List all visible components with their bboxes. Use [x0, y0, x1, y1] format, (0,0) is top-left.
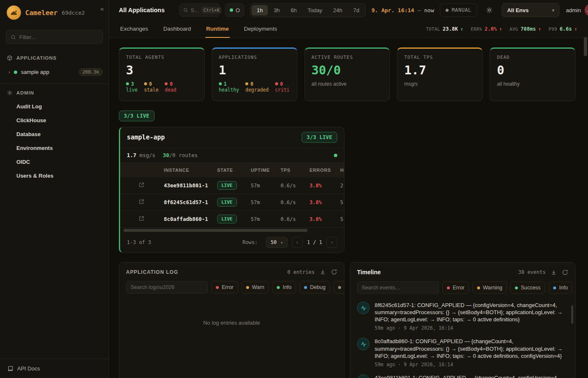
tab-exchanges[interactable]: Exchanges — [119, 20, 149, 38]
activity-icon — [357, 338, 370, 350]
timeline-event: 8f6245c61d57-1: CONFIG_APPLIED — {config… — [357, 302, 565, 331]
tab-deployments[interactable]: Deployments — [243, 20, 278, 38]
sidebar-item-users-roles[interactable]: Users & Roles — [0, 169, 109, 183]
timeline-filter-warning[interactable]: Warning — [472, 281, 507, 294]
log-filter-debug[interactable]: Debug — [299, 281, 330, 294]
refresh-icon[interactable] — [562, 269, 568, 276]
timeline-filter-success[interactable]: Success — [510, 281, 545, 294]
sidebar-filter[interactable] — [6, 30, 103, 44]
state-badge: LIVE — [217, 198, 237, 207]
apps-healthy-count: 1 healthy — [219, 81, 239, 93]
app-logo-title: Cameleer — [25, 9, 58, 17]
instance-id-link[interactable]: 8c0affadb860-1 — [164, 216, 217, 222]
event-time: 59m ago · 9 Apr 2026, 16:14 — [375, 362, 565, 368]
instance-id-link[interactable]: 8f6245c61d57-1 — [164, 199, 217, 205]
timeline-title: Timeline — [357, 269, 381, 276]
tab-runtime[interactable]: Runtime — [205, 20, 230, 38]
apps-degraded-count: 0 degraded — [245, 81, 268, 93]
tab-bar: Exchanges Dashboard Runtime Deployments … — [109, 20, 588, 38]
state-badge: LIVE — [217, 181, 237, 190]
stat-card-applications: APPLICATIONS 1 1 healthy 0 degraded 0 — [212, 47, 297, 101]
download-icon[interactable] — [551, 269, 557, 276]
next-page-button[interactable]: › — [326, 237, 337, 248]
chevron-down-icon: ▾ — [281, 240, 283, 245]
log-filter-trace[interactable]: Trace — [333, 281, 344, 294]
external-link-icon[interactable] — [139, 182, 164, 189]
range-button-3h[interactable]: 3h — [269, 5, 285, 16]
admin-section: ADMIN Audit Log ClickHouse Database Envi… — [0, 84, 109, 183]
log-search-input[interactable] — [126, 281, 208, 294]
sidebar-item-oidc[interactable]: OIDC — [0, 155, 109, 169]
gear-icon — [7, 90, 13, 96]
app-card-header: sample-app 3/3 LIVE — [120, 127, 344, 148]
kpi-p99: P99 6.6s ↑ — [549, 26, 577, 32]
kpi-total: TOTAL 23.8K ↑ — [426, 26, 463, 32]
expand-chevron-icon[interactable]: › — [8, 69, 10, 75]
stat-cards-row: TOTAL AGENTS 3 3 live 0 stale 0 — [119, 47, 575, 101]
log-filter-error[interactable]: Error — [211, 281, 238, 294]
activity-icon — [357, 374, 370, 378]
range-button-7d[interactable]: 7d — [348, 5, 364, 16]
prev-page-button[interactable]: ‹ — [292, 237, 303, 248]
external-link-icon[interactable] — [139, 199, 164, 206]
app-root: Cameleer 69dcce2 « APPLICATIONS › sample… — [0, 0, 588, 378]
scrollbar-thumb[interactable] — [123, 229, 307, 232]
refresh-icon[interactable] — [331, 269, 337, 275]
apps-critical-count: 0 criti — [275, 81, 290, 93]
timeline-scrollbar-thumb[interactable] — [571, 305, 573, 324]
sidebar-item-sample-app[interactable]: › sample app 208.3k — [0, 65, 109, 80]
sidebar-item-environments[interactable]: Environments — [0, 141, 109, 155]
range-button-1h[interactable]: 1h — [252, 5, 268, 16]
sidebar-item-database[interactable]: Database — [0, 127, 109, 141]
page-scrollbar-thumb[interactable] — [584, 37, 587, 56]
timeline-event: 8c0affadb860-1: CONFIG_APPLIED — {change… — [357, 338, 565, 367]
timeline-search-input[interactable] — [357, 281, 439, 294]
kpi-strip: TOTAL 23.8K ↑ ERR% 2.0% ↑ AVG 708ms ↑ P9… — [426, 20, 577, 38]
environment-select[interactable]: All Envs ▾ — [501, 3, 559, 17]
range-button-today[interactable]: Today — [303, 5, 328, 16]
event-time: 59m ago · 9 Apr 2026, 16:14 — [375, 325, 565, 331]
external-link-icon[interactable] — [139, 215, 164, 223]
instance-row: 8c0affadb860-1 LIVE 57m 0.6/s 3.8% 5 — [120, 211, 344, 228]
avatar[interactable]: AD — [585, 4, 588, 16]
log-empty-state: No log entries available — [119, 299, 344, 346]
admin-section-label: ADMIN — [0, 86, 109, 100]
timeline-toolbar: Error Warning Success Info — [350, 281, 575, 300]
global-search[interactable]: S... Ctrl+K — [179, 3, 220, 17]
manual-refresh-button[interactable]: MANUAL — [440, 3, 478, 17]
timeline-filter-error[interactable]: Error — [442, 281, 469, 294]
package-icon — [7, 55, 13, 61]
sidebar-filter-input[interactable] — [19, 34, 98, 40]
download-icon[interactable] — [320, 269, 326, 275]
rows-label: Rows: — [242, 239, 257, 245]
table-horizontal-scrollbar — [123, 229, 337, 232]
tab-dashboard[interactable]: Dashboard — [163, 20, 192, 38]
theme-toggle-button[interactable] — [483, 3, 496, 17]
instance-id-link[interactable]: 43ee9811b801-1 — [164, 182, 217, 189]
sidebar-collapse-icon[interactable]: « — [100, 5, 104, 12]
app-tps-value: 1.7 — [127, 152, 136, 158]
sidebar-app-label: sample app — [21, 69, 75, 75]
time-range-display[interactable]: 9. Apr. 16:14 — now — [371, 7, 434, 13]
api-docs-link[interactable]: API Docs — [0, 359, 109, 378]
content-area: TOTAL AGENTS 3 3 live 0 stale 0 — [109, 38, 588, 378]
timeline-events: 8f6245c61d57-1: CONFIG_APPLIED — {config… — [350, 300, 575, 378]
app-health-dot — [334, 154, 337, 157]
range-button-6h[interactable]: 6h — [286, 5, 302, 16]
sidebar: Cameleer 69dcce2 « APPLICATIONS › sample… — [0, 0, 109, 378]
stat-card-total-tps: TOTAL TPS 1.7 msg/s — [397, 47, 483, 101]
up-arrow-icon: ↑ — [538, 26, 541, 32]
timeline-header: Timeline 38 events — [350, 262, 575, 281]
log-filter-warn[interactable]: Warn — [242, 281, 269, 294]
up-arrow-icon: ↑ — [460, 26, 463, 32]
timeline-filter-info[interactable]: Info — [549, 281, 572, 294]
sidebar-item-clickhouse[interactable]: ClickHouse — [0, 113, 109, 127]
range-button-24h[interactable]: 24h — [328, 5, 347, 16]
book-icon — [8, 366, 13, 372]
online-toggle[interactable]: O — [225, 3, 244, 17]
sidebar-item-audit-log[interactable]: Audit Log — [0, 100, 109, 113]
agents-live-count: 3 live — [126, 81, 138, 93]
rows-per-page-select[interactable]: 50 ▾ — [266, 237, 287, 248]
agents-stale-count: 0 stale — [144, 81, 159, 93]
log-filter-info[interactable]: Info — [272, 281, 296, 294]
